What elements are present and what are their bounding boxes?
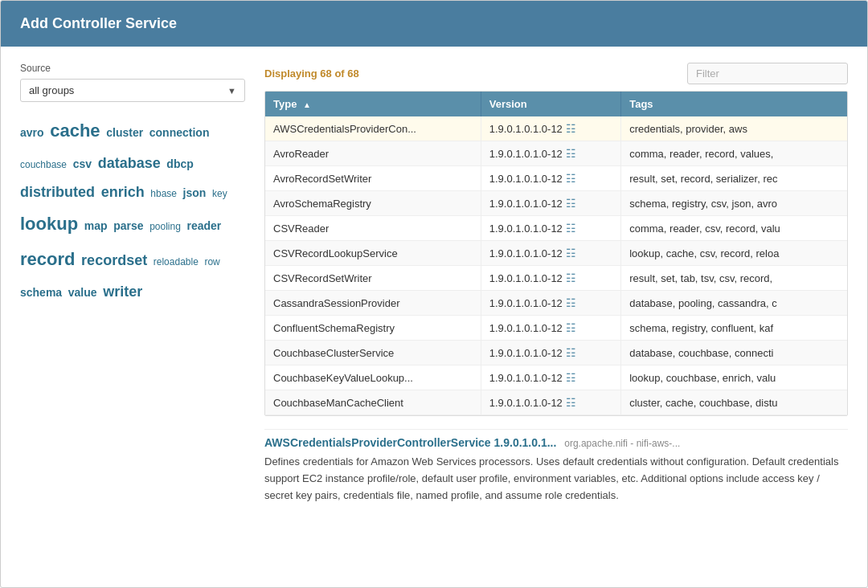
table-row[interactable]: CouchbaseKeyValueLookup...1.9.0.1.0.1.0-…: [265, 365, 847, 390]
cell-type: CSVRecordSetWriter: [265, 266, 481, 291]
tag-connection[interactable]: connection: [149, 121, 210, 144]
tag-json[interactable]: json: [183, 182, 207, 204]
cell-tags: schema, registry, confluent, kaf: [621, 316, 847, 341]
table-wrapper: Type ▲ Version Tags: [264, 91, 848, 429]
cell-tags: result, set, record, serializer, rec: [621, 166, 847, 191]
list-icon[interactable]: ☷: [566, 296, 576, 309]
cell-version: 1.9.0.1.0.1.0-12 ☷: [481, 341, 620, 365]
list-icon[interactable]: ☷: [566, 222, 576, 235]
list-icon[interactable]: ☷: [566, 272, 576, 284]
cell-type: ConfluentSchemaRegistry: [265, 316, 481, 341]
tag-reloadable[interactable]: reloadable: [154, 252, 199, 272]
list-icon[interactable]: ☷: [566, 371, 576, 384]
table-row[interactable]: AvroReader1.9.0.1.0.1.0-12 ☷comma, reade…: [265, 141, 847, 166]
tag-schema[interactable]: schema: [20, 281, 62, 304]
list-icon[interactable]: ☷: [566, 122, 576, 135]
list-icon[interactable]: ☷: [566, 147, 576, 160]
dialog-header: Add Controller Service: [1, 1, 867, 47]
tags-cloud: avro cache cluster connection couchbase …: [20, 113, 245, 306]
cell-type: CSVRecordLookupService: [265, 241, 481, 266]
cell-tags: credentials, provider, aws: [621, 116, 847, 141]
column-version[interactable]: Version: [481, 92, 620, 116]
cell-version: 1.9.0.1.0.1.0-12 ☷: [481, 141, 620, 166]
cell-type: CouchbaseManCacheClient: [265, 390, 481, 415]
table-row[interactable]: AvroRecordSetWriter1.9.0.1.0.1.0-12 ☷res…: [265, 166, 847, 191]
dialog-title: Add Controller Service: [20, 15, 848, 32]
tag-key[interactable]: key: [212, 184, 227, 203]
table-row[interactable]: CSVReader1.9.0.1.0.1.0-12 ☷comma, reader…: [265, 216, 847, 241]
cell-type: AvroReader: [265, 141, 481, 166]
left-panel: Source all groups ▼ avro cache cluster c…: [20, 63, 245, 504]
cell-version: 1.9.0.1.0.1.0-12 ☷: [481, 291, 620, 316]
source-dropdown[interactable]: all groups ▼: [20, 79, 245, 102]
cell-version: 1.9.0.1.0.1.0-12 ☷: [481, 191, 620, 216]
source-label: Source: [20, 63, 245, 74]
cell-version: 1.9.0.1.0.1.0-12 ☷: [481, 216, 620, 241]
table-row[interactable]: CSVRecordLookupService1.9.0.1.0.1.0-12 ☷…: [265, 241, 847, 266]
cell-type: AWSCredentialsProviderCon...: [265, 116, 481, 141]
add-controller-service-dialog: Add Controller Service Source all groups…: [0, 0, 868, 588]
tag-record[interactable]: record: [20, 242, 75, 277]
tag-lookup[interactable]: lookup: [20, 206, 78, 242]
tag-hbase[interactable]: hbase: [150, 184, 177, 203]
detail-title[interactable]: AWSCredentialsProviderControllerService …: [264, 436, 848, 449]
cell-tags: cluster, cache, couchbase, distu: [621, 390, 847, 415]
table-row[interactable]: CouchbaseManCacheClient1.9.0.1.0.1.0-12 …: [265, 390, 847, 415]
tag-reader[interactable]: reader: [186, 214, 221, 237]
table-row[interactable]: AWSCredentialsProviderCon...1.9.0.1.0.1.…: [265, 116, 847, 141]
tag-dbcp[interactable]: dbcp: [166, 153, 193, 175]
chevron-down-icon: ▼: [227, 86, 236, 96]
detail-subtitle: org.apache.nifi - nifi-aws-...: [564, 438, 680, 449]
tag-avro[interactable]: avro: [20, 121, 44, 144]
cell-version: 1.9.0.1.0.1.0-12 ☷: [481, 116, 620, 141]
right-panel: Displaying 68 of 68 Type ▲: [264, 63, 848, 504]
list-icon[interactable]: ☷: [566, 321, 576, 334]
tag-enrich[interactable]: enrich: [101, 178, 145, 206]
table-row[interactable]: AvroSchemaRegistry1.9.0.1.0.1.0-12 ☷sche…: [265, 191, 847, 216]
table-row[interactable]: ConfluentSchemaRegistry1.9.0.1.0.1.0-12 …: [265, 316, 847, 341]
detail-section: AWSCredentialsProviderControllerService …: [264, 429, 848, 504]
column-type[interactable]: Type ▲: [265, 92, 481, 116]
cell-version: 1.9.0.1.0.1.0-12 ☷: [481, 241, 620, 266]
displaying-count: Displaying 68 of 68: [264, 67, 359, 80]
list-icon[interactable]: ☷: [566, 247, 576, 259]
dialog-body: Source all groups ▼ avro cache cluster c…: [1, 47, 867, 520]
tag-distributed[interactable]: distributed: [20, 178, 95, 206]
cell-type: CouchbaseClusterService: [265, 341, 481, 365]
list-icon[interactable]: ☷: [566, 396, 576, 409]
tag-couchbase[interactable]: couchbase: [20, 155, 67, 174]
tag-csv[interactable]: csv: [73, 153, 92, 175]
list-icon[interactable]: ☷: [566, 172, 576, 185]
filter-input[interactable]: [687, 63, 848, 84]
cell-tags: database, couchbase, connecti: [621, 341, 847, 365]
tag-writer[interactable]: writer: [103, 277, 142, 306]
cell-tags: lookup, couchbase, enrich, valu: [621, 365, 847, 390]
cell-version: 1.9.0.1.0.1.0-12 ☷: [481, 266, 620, 291]
tag-value[interactable]: value: [68, 281, 97, 304]
cell-type: AvroRecordSetWriter: [265, 166, 481, 191]
tag-cluster[interactable]: cluster: [106, 121, 143, 144]
table-row[interactable]: CSVRecordSetWriter1.9.0.1.0.1.0-12 ☷resu…: [265, 266, 847, 291]
list-icon[interactable]: ☷: [566, 346, 576, 359]
sort-asc-icon: ▲: [303, 100, 311, 109]
detail-description: Defines credentials for Amazon Web Servi…: [264, 454, 848, 504]
list-icon[interactable]: ☷: [566, 197, 576, 210]
cell-version: 1.9.0.1.0.1.0-12 ☷: [481, 166, 620, 191]
tag-map[interactable]: map: [84, 214, 108, 237]
tag-parse[interactable]: parse: [113, 214, 143, 237]
services-table: Type ▲ Version Tags: [265, 92, 847, 415]
table-row[interactable]: CouchbaseClusterService1.9.0.1.0.1.0-12 …: [265, 341, 847, 365]
top-bar: Displaying 68 of 68: [264, 63, 848, 84]
table-row[interactable]: CassandraSessionProvider1.9.0.1.0.1.0-12…: [265, 291, 847, 316]
tag-pooling[interactable]: pooling: [149, 217, 181, 236]
tag-database[interactable]: database: [98, 149, 161, 178]
cell-type: CSVReader: [265, 216, 481, 241]
tag-cache[interactable]: cache: [50, 113, 100, 149]
cell-tags: database, pooling, cassandra, c: [621, 291, 847, 316]
cell-tags: lookup, cache, csv, record, reloa: [621, 241, 847, 266]
tag-row[interactable]: row: [204, 252, 219, 272]
cell-type: AvroSchemaRegistry: [265, 191, 481, 216]
column-tags[interactable]: Tags: [621, 92, 847, 116]
cell-tags: schema, registry, csv, json, avro: [621, 191, 847, 216]
tag-recordset[interactable]: recordset: [81, 246, 147, 275]
